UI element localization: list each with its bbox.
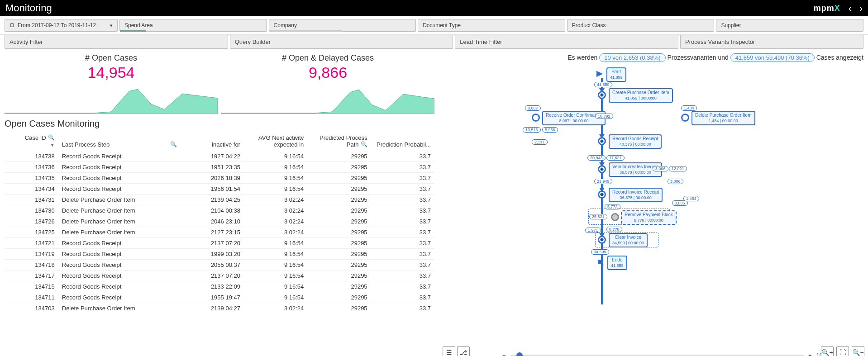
cell-inactive: 2104 00:38	[181, 205, 244, 216]
table-row[interactable]: 134725 Delete Purchase Order Item 2127 2…	[5, 227, 434, 238]
cell-step: Record Goods Receipt	[58, 162, 181, 173]
cell-step: Delete Purchase Order Item	[58, 195, 181, 205]
kpi-open-cases: # Open Cases 14,954	[5, 53, 218, 81]
graph-view-icon[interactable]: ⎇	[457, 346, 470, 356]
edge-label: 1,484	[683, 196, 699, 201]
table-row[interactable]: 134734 Record Goods Receipt 1956 01:54 9…	[5, 184, 434, 195]
cell-prob: 33.7	[371, 195, 434, 205]
cell-avg: 9 16:54	[244, 184, 307, 195]
cell-path: 29295	[307, 216, 371, 227]
col-pred-prob[interactable]: Prediction Probabil...	[371, 132, 434, 151]
node-end[interactable]: Ende41,859	[607, 256, 627, 270]
node-record-invoice[interactable]: Record Invoice Receipt 36,578 | 00:00:00	[609, 188, 663, 202]
table-row[interactable]: 134735 Record Goods Receipt 2026 18:39 9…	[5, 173, 434, 184]
cell-case-id: 134725	[5, 227, 58, 238]
zoom-out-icon[interactable]: 🔍−	[852, 346, 864, 356]
cell-path: 29295	[307, 271, 371, 281]
cell-prob: 33.7	[371, 271, 434, 281]
cell-prob: 33.7	[371, 238, 434, 249]
table-row[interactable]: 134730 Delete Purchase Order Item 2104 0…	[5, 205, 434, 216]
table-row[interactable]: 134711 Record Goods Receipt 1955 19:47 9…	[5, 292, 434, 303]
cell-case-id: 134719	[5, 249, 58, 260]
node-start[interactable]: Start41,859	[606, 67, 626, 82]
cell-step: Record Goods Receipt	[58, 173, 181, 184]
edge-label: 8,067	[525, 105, 541, 111]
fullscreen-icon[interactable]: ⛶	[836, 346, 849, 356]
cell-inactive: 1927 04:22	[181, 151, 244, 162]
filter-progress	[269, 30, 343, 32]
node-clear-invoice[interactable]: Clear Invoice 34,599 | 00:00:00	[609, 233, 648, 247]
document-type-filter[interactable]: Document Type	[418, 19, 565, 32]
edge-label: 34,599	[591, 249, 609, 255]
cell-avg: 9 16:54	[244, 173, 307, 184]
node-create-po[interactable]: Create Purchase Order Item 41,859 | 00:0…	[609, 88, 673, 103]
node-remove-block[interactable]: Remove Payment Block 8,778 | 00:00:00	[621, 210, 677, 225]
zoom-plus-icon[interactable]: +	[808, 352, 812, 356]
col-last-step[interactable]: Last Process Step🔍	[58, 132, 181, 151]
edge-label: 5,956	[542, 127, 558, 133]
cell-case-id: 134715	[5, 281, 58, 292]
table-row[interactable]: 134721 Record Goods Receipt 2137 07:20 9…	[5, 238, 434, 249]
cell-case-id: 134730	[5, 205, 58, 216]
table-row[interactable]: 134718 Record Goods Receipt 2055 00:37 9…	[5, 260, 434, 271]
table-row[interactable]: 134719 Record Goods Receipt 1999 03:20 9…	[5, 249, 434, 260]
product-class-filter[interactable]: Product Class	[567, 19, 715, 32]
table-row[interactable]: 134726 Delete Purchase Order Item 2046 2…	[5, 216, 434, 227]
search-icon[interactable]: 🔍	[48, 134, 55, 141]
cell-prob: 33.7	[371, 227, 434, 238]
process-graph[interactable]: ▶ Start41,859 41,859 Create Purchase Ord…	[444, 65, 863, 318]
zoom-minus-icon[interactable]: −	[502, 352, 506, 356]
date-filter[interactable]: 🗓 From 2017-09-17 To 2019-11-12	[5, 19, 118, 32]
cell-case-id: 134734	[5, 184, 58, 195]
zoom-in-icon[interactable]: 🔍+	[821, 346, 834, 356]
node-delete-po[interactable]: Delete Purchase Order Item 1,484 | 00:00…	[692, 111, 755, 125]
calendar-icon: 🗓	[10, 22, 15, 28]
search-icon[interactable]: 🔍	[170, 141, 177, 147]
table-row[interactable]: 134738 Record Goods Receipt 1927 04:22 9…	[5, 151, 434, 162]
supplier-filter[interactable]: Supplier	[716, 19, 863, 32]
zoom-slider[interactable]: − + 10	[502, 352, 823, 356]
col-avg-next[interactable]: AVG Next activity expected in	[244, 132, 307, 151]
sort-desc-icon[interactable]: ▼	[50, 142, 55, 147]
table-row[interactable]: 134731 Delete Purchase Order Item 2139 0…	[5, 195, 434, 205]
nav-next-icon[interactable]: ›	[859, 3, 863, 14]
table-row[interactable]: 134703 Delete Purchase Order Item 2139 0…	[5, 303, 434, 314]
node-record-goods[interactable]: Record Goods Receipt 40,375 | 00:00:00	[609, 134, 662, 149]
node-circle[interactable]	[681, 114, 689, 122]
cell-inactive: 1956 01:54	[181, 184, 244, 195]
cell-inactive: 1999 03:20	[181, 249, 244, 260]
cell-step: Record Goods Receipt	[58, 281, 181, 292]
zoom-thumb[interactable]	[516, 352, 523, 356]
col-inactive[interactable]: inactive for	[181, 132, 244, 151]
cell-path: 29295	[307, 151, 371, 162]
cell-case-id: 134731	[5, 195, 58, 205]
cases-pill[interactable]: 41,859 von 59,490 (70.36%)	[730, 53, 815, 62]
cell-path: 29295	[307, 184, 371, 195]
main-content: # Open Cases 14,954 # Open & Delayed Cas…	[0, 52, 868, 356]
cell-avg: 9 16:54	[244, 249, 307, 260]
zoom-track[interactable]	[510, 355, 804, 356]
nav-prev-icon[interactable]: ‹	[849, 3, 852, 14]
lead-time-filter[interactable]: Lead Time Filter	[455, 35, 678, 49]
list-view-icon[interactable]: ☰	[443, 346, 455, 356]
col-predicted-path[interactable]: Predicted Process Path🔍	[307, 132, 371, 151]
node-circle[interactable]	[532, 114, 540, 122]
process-variants-inspector[interactable]: Process Variants Inspector	[680, 35, 863, 49]
node-circle[interactable]	[611, 213, 619, 221]
query-builder[interactable]: Query Builder	[230, 35, 453, 49]
edge-label: 1,484	[681, 105, 697, 111]
cell-case-id: 134736	[5, 162, 58, 173]
logo: mpmX	[814, 4, 840, 13]
cell-inactive: 2137 07:20	[181, 238, 244, 249]
cell-path: 29295	[307, 195, 371, 205]
edge-label: 13,516	[523, 127, 541, 133]
table-row[interactable]: 134715 Record Goods Receipt 2133 22:09 9…	[5, 281, 434, 292]
table-row[interactable]: 134717 Record Goods Receipt 2137 07:20 9…	[5, 271, 434, 281]
company-filter[interactable]: Company	[269, 19, 416, 32]
spend-area-filter[interactable]: Spend Area	[119, 19, 267, 32]
table-row[interactable]: 134736 Record Goods Receipt 1951 23:35 9…	[5, 162, 434, 173]
col-case-id[interactable]: Case ID🔍▼	[5, 132, 58, 151]
variants-pill[interactable]: 10 von 2,653 (0.38%)	[599, 53, 665, 62]
search-icon[interactable]: 🔍	[361, 141, 367, 147]
activity-filter[interactable]: Activity Filter	[5, 35, 228, 49]
